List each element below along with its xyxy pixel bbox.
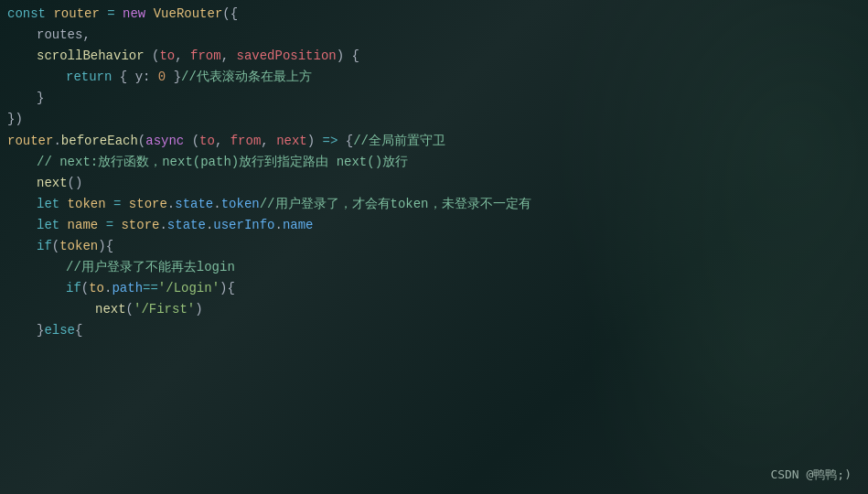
code-token: [166, 67, 173, 88]
code-token: .: [213, 194, 220, 215]
code-token: =>: [323, 131, 338, 152]
code-token: //代表滚动条在最上方: [181, 67, 312, 88]
code-token: }: [37, 320, 44, 341]
code-token: async: [145, 131, 184, 152]
code-line: }): [0, 109, 868, 130]
code-token: from: [190, 46, 221, 67]
code-token: next: [276, 131, 307, 152]
code-token: router: [53, 4, 99, 25]
code-token: .: [104, 278, 112, 299]
code-token: //全局前置守卫: [353, 131, 445, 152]
code-token: '/Login': [158, 278, 220, 299]
code-token: new: [123, 4, 154, 25]
code-token: 0: [158, 67, 166, 88]
code-line: routes,: [0, 25, 868, 46]
code-token: (): [68, 173, 83, 194]
code-token: [115, 4, 123, 25]
code-token: to: [199, 131, 215, 152]
code-line: if(to.path=='/Login'){: [0, 278, 868, 299]
code-token: ): [307, 131, 315, 152]
code-token: ){: [98, 236, 113, 257]
code-token: y: [135, 67, 143, 88]
code-token: [100, 4, 107, 25]
code-token: :: [143, 67, 158, 88]
code-token: }: [37, 88, 44, 109]
code-token: .: [167, 194, 175, 215]
code-token: [106, 194, 113, 215]
code-token: const: [7, 4, 53, 25]
code-token: ): [195, 299, 202, 320]
code-token: =: [113, 194, 121, 215]
code-token: from: [230, 131, 262, 152]
code-token: ): [337, 46, 344, 67]
code-token: {: [346, 131, 353, 152]
code-token: //用户登录了不能再去login: [66, 257, 235, 278]
code-token: ,: [215, 131, 230, 152]
code-token: .: [275, 215, 283, 236]
code-token: return: [66, 67, 112, 88]
code-token: (: [152, 46, 159, 67]
code-token: {: [75, 320, 82, 341]
code-line: return { y: 0 }//代表滚动条在最上方: [0, 67, 868, 88]
code-token: .: [206, 215, 213, 236]
code-token: let: [37, 215, 68, 236]
code-line: if(token){: [0, 236, 868, 257]
code-token: ){: [220, 278, 235, 299]
code-token: token: [221, 194, 260, 215]
code-token: }): [7, 109, 23, 130]
code-line: // next:放行函数，next(path)放行到指定路由 next()放行: [0, 152, 868, 173]
code-token: (: [138, 131, 145, 152]
code-token: path: [112, 278, 143, 299]
code-token: userInfo: [213, 215, 274, 236]
code-token: else: [44, 320, 75, 341]
code-token: ,: [221, 46, 237, 67]
code-token: (: [52, 236, 59, 257]
code-token: // next:放行函数，next(path)放行到指定路由 next()放行: [37, 152, 408, 173]
code-token: [113, 215, 121, 236]
code-token: token: [59, 236, 98, 257]
code-token: .: [159, 215, 166, 236]
code-line: router.beforeEach(async (to, from, next)…: [0, 131, 868, 152]
code-token: router: [7, 131, 53, 152]
code-token: VueRouter: [154, 4, 223, 25]
code-token: next: [95, 299, 126, 320]
code-token: store: [129, 194, 167, 215]
code-token: next: [37, 173, 68, 194]
code-token: '/First': [134, 299, 195, 320]
code-token: name: [68, 215, 99, 236]
code-token: [315, 131, 322, 152]
code-token: [112, 67, 119, 88]
code-token: ({: [222, 4, 238, 25]
code-token: .: [53, 131, 60, 152]
code-token: }: [174, 67, 181, 88]
code-token: [98, 215, 105, 236]
code-token: {: [120, 67, 135, 88]
code-token: [344, 46, 351, 67]
code-token: (: [126, 299, 134, 320]
code-line: next('/First'): [0, 299, 868, 320]
code-token: [145, 46, 152, 67]
code-line: //用户登录了不能再去login: [0, 257, 868, 278]
code-token: scrollBehavior: [37, 46, 145, 67]
code-line: scrollBehavior (to, from, savedPosition)…: [0, 46, 868, 67]
code-token: routes,: [37, 25, 91, 46]
code-token: state: [175, 194, 213, 215]
code-token: name: [283, 215, 314, 236]
code-token: (: [192, 131, 199, 152]
watermark: CSDN @鸭鸭;): [770, 467, 852, 483]
code-token: {: [352, 46, 359, 67]
code-token: //用户登录了，才会有token，未登录不一定有: [260, 194, 531, 215]
code-token: =: [107, 4, 114, 25]
code-token: savedPosition: [236, 46, 336, 67]
code-token: ==: [143, 278, 158, 299]
code-token: =: [106, 215, 113, 236]
code-token: [338, 131, 345, 152]
code-line: let token = store.state.token//用户登录了，才会有…: [0, 194, 868, 215]
code-token: [184, 131, 191, 152]
code-token: [121, 194, 128, 215]
code-line: }: [0, 88, 868, 109]
code-token: let: [37, 194, 68, 215]
code-token: to: [159, 46, 175, 67]
code-token: beforeEach: [61, 131, 138, 152]
code-container: const router = new VueRouter({routes,scr…: [0, 0, 868, 346]
